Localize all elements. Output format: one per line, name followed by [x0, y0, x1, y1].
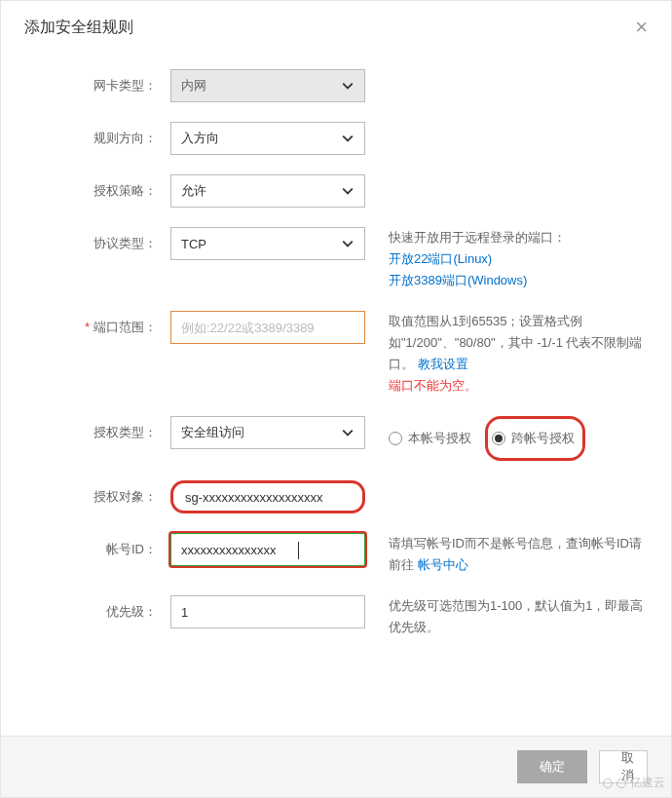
- select-auth-type-value: 安全组访问: [181, 424, 244, 441]
- chevron-down-icon: [341, 237, 355, 250]
- select-protocol-value: TCP: [181, 237, 206, 251]
- hint-port-range: 取值范围从1到65535；设置格式例如"1/200"、"80/80"，其中 -1…: [365, 311, 648, 397]
- radio-same-account-label: 本帐号授权: [408, 422, 471, 455]
- radio-cross-account[interactable]: 跨帐号授权: [492, 422, 575, 455]
- link-account-center[interactable]: 帐号中心: [418, 557, 468, 572]
- label-priority: 优先级：: [24, 595, 170, 628]
- label-auth-target: 授权对象：: [24, 480, 170, 513]
- input-auth-target[interactable]: [185, 483, 351, 511]
- chevron-down-icon: [341, 426, 355, 439]
- select-direction[interactable]: 入方向: [170, 122, 365, 155]
- radio-icon-checked: [492, 432, 505, 445]
- link-teach-me[interactable]: 教我设置: [418, 357, 468, 371]
- row-priority: 优先级： 优先级可选范围为1-100，默认值为1，即最高优先级。: [24, 595, 648, 638]
- row-direction: 规则方向： 入方向: [24, 122, 648, 155]
- radio-same-account[interactable]: 本帐号授权: [389, 422, 471, 455]
- chevron-down-icon: [341, 79, 355, 93]
- row-protocol: 协议类型： TCP 快速开放用于远程登录的端口： 开放22端口(Linux) 开…: [24, 227, 648, 291]
- chevron-down-icon: [341, 184, 355, 198]
- row-auth-type: 授权类型： 安全组访问 本帐号授权 跨帐号授权: [24, 416, 648, 461]
- watermark-text: 亿速云: [630, 775, 665, 791]
- label-policy: 授权策略：: [24, 174, 170, 208]
- dialog-title: 添加安全组规则: [24, 18, 133, 38]
- select-nic-type[interactable]: 内网: [170, 69, 365, 102]
- input-port-range-wrap: [170, 311, 365, 344]
- hint-account-id: 请填写帐号ID而不是帐号信息，查询帐号ID请前往 帐号中心: [365, 533, 648, 576]
- select-nic-type-value: 内网: [181, 77, 206, 95]
- watermark-icon: [616, 779, 626, 788]
- radio-cross-account-label: 跨帐号授权: [511, 422, 575, 455]
- hint-protocol: 快速开放用于远程登录的端口： 开放22端口(Linux) 开放3389端口(Wi…: [365, 227, 648, 291]
- row-auth-target: 授权对象：: [24, 480, 648, 513]
- label-auth-type: 授权类型：: [24, 416, 170, 449]
- select-policy-value: 允许: [181, 182, 206, 200]
- dialog-header: 添加安全组规则 ×: [1, 1, 671, 50]
- watermark: 亿速云: [603, 775, 665, 791]
- select-direction-value: 入方向: [181, 130, 219, 147]
- label-nic-type: 网卡类型：: [24, 69, 170, 102]
- row-account-id: 帐号ID： 请填写帐号ID而不是帐号信息，查询帐号ID请前往 帐号中心: [24, 533, 648, 576]
- text-caret: [298, 542, 299, 559]
- watermark-icon: [603, 779, 613, 788]
- label-account-id: 帐号ID：: [24, 533, 170, 566]
- row-nic-type: 网卡类型： 内网: [24, 69, 648, 102]
- dialog-footer: 确定 取消: [1, 736, 671, 797]
- link-open-22[interactable]: 开放22端口(Linux): [389, 251, 492, 266]
- ok-button[interactable]: 确定: [517, 750, 587, 783]
- label-port-range: *端口范围：: [24, 311, 170, 344]
- chevron-down-icon: [341, 132, 355, 145]
- input-priority[interactable]: [181, 596, 355, 627]
- input-port-range[interactable]: [181, 312, 355, 343]
- radio-icon: [389, 432, 402, 445]
- label-direction: 规则方向：: [24, 122, 170, 155]
- highlight-cross-account: 跨帐号授权: [485, 416, 585, 461]
- label-protocol: 协议类型：: [24, 227, 170, 260]
- row-policy: 授权策略： 允许: [24, 174, 648, 208]
- select-protocol[interactable]: TCP: [170, 227, 365, 260]
- select-auth-type[interactable]: 安全组访问: [170, 416, 365, 449]
- hint-protocol-title: 快速开放用于远程登录的端口：: [389, 227, 648, 248]
- form-body: 网卡类型： 内网 规则方向： 入方向 授权策略： 允许 协议类型：: [1, 50, 671, 638]
- select-policy[interactable]: 允许: [170, 174, 365, 208]
- input-auth-target-wrap: [170, 480, 365, 513]
- close-icon[interactable]: ×: [635, 17, 648, 38]
- input-account-id[interactable]: [181, 534, 355, 565]
- error-port-empty: 端口不能为空。: [389, 375, 648, 397]
- input-priority-wrap: [170, 595, 365, 628]
- link-open-3389[interactable]: 开放3389端口(Windows): [389, 273, 527, 287]
- auth-scope-radios: 本帐号授权 跨帐号授权: [365, 416, 648, 461]
- row-port-range: *端口范围： 取值范围从1到65535；设置格式例如"1/200"、"80/80…: [24, 311, 648, 397]
- input-account-id-wrap: [170, 533, 365, 566]
- hint-priority: 优先级可选范围为1-100，默认值为1，即最高优先级。: [365, 595, 648, 638]
